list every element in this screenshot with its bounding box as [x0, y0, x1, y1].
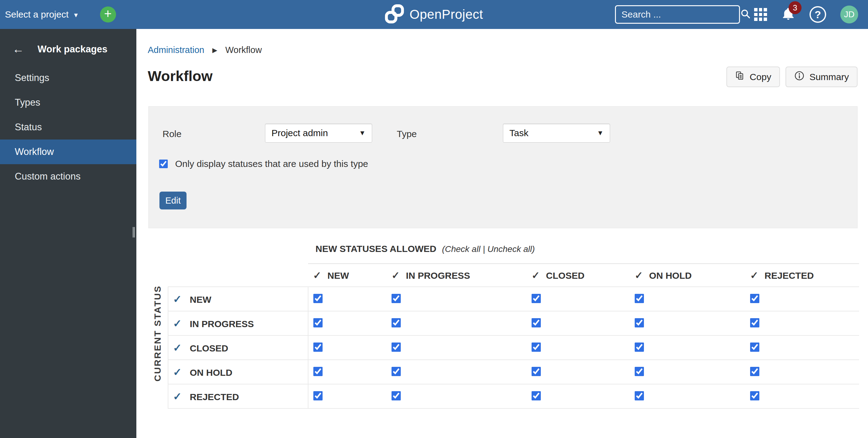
check-column-icon[interactable]: ✓: [392, 270, 400, 281]
transition-checkbox-closed-to-in-progress[interactable]: [392, 343, 401, 352]
transition-checkbox-in-progress-to-on-hold[interactable]: [635, 318, 644, 327]
column-label: REJECTED: [765, 270, 814, 281]
check-all-link[interactable]: Check all: [445, 244, 480, 254]
role-select-value: Project admin: [272, 128, 328, 138]
breadcrumb: Administration ▶ Workflow: [148, 45, 262, 55]
breadcrumb-administration[interactable]: Administration: [148, 45, 205, 55]
check-column-icon[interactable]: ✓: [313, 270, 321, 281]
add-project-button[interactable]: +: [100, 6, 116, 23]
role-label: Role: [162, 129, 182, 139]
divider: |: [480, 244, 488, 254]
check-row-icon[interactable]: ✓: [173, 342, 182, 354]
check-row-icon[interactable]: ✓: [173, 390, 182, 402]
matrix-cell: [527, 384, 630, 408]
table-row-on-hold: ✓ON HOLD: [168, 360, 859, 384]
sidebar-item-status[interactable]: Status: [0, 115, 136, 140]
workflow-filter-panel: Role Project admin ▼ Type Task ▼ Only di…: [148, 106, 858, 228]
matrix-cell: [630, 360, 745, 384]
project-selector[interactable]: Select a project ▼: [5, 9, 79, 20]
back-arrow-icon[interactable]: ←: [12, 42, 24, 56]
check-column-icon[interactable]: ✓: [532, 270, 540, 281]
modules-icon[interactable]: [754, 8, 767, 21]
type-select[interactable]: Task ▼: [503, 123, 610, 143]
transition-checkbox-rejected-to-rejected[interactable]: [750, 391, 760, 401]
transition-checkbox-in-progress-to-new[interactable]: [313, 318, 322, 327]
transition-checkbox-on-hold-to-closed[interactable]: [532, 367, 541, 376]
sidebar-item-label: Status: [15, 122, 42, 133]
help-icon: ?: [815, 9, 821, 21]
matrix-cell: [745, 311, 859, 335]
edit-button[interactable]: Edit: [159, 192, 187, 209]
search-icon[interactable]: [740, 9, 751, 20]
transition-checkbox-on-hold-to-in-progress[interactable]: [392, 367, 401, 376]
transition-checkbox-in-progress-to-closed[interactable]: [532, 318, 541, 327]
sidebar-item-custom-actions[interactable]: Custom actions: [0, 164, 136, 189]
notifications-button[interactable]: 3: [781, 7, 795, 22]
openproject-logo[interactable]: OpenProject: [385, 4, 483, 25]
transition-checkbox-rejected-to-new[interactable]: [313, 391, 322, 401]
project-selector-label: Select a project: [5, 9, 69, 20]
matrix-cell: [745, 360, 859, 384]
help-button[interactable]: ?: [809, 6, 826, 23]
matrix-cell: [386, 360, 527, 384]
type-select-value: Task: [509, 128, 528, 138]
search-input[interactable]: [621, 9, 740, 20]
current-status-axis-label: CURRENT STATUS: [152, 306, 162, 382]
transition-checkbox-new-to-on-hold[interactable]: [635, 294, 644, 303]
caret-down-icon: ▼: [597, 129, 603, 137]
transition-checkbox-closed-to-closed[interactable]: [532, 343, 541, 352]
check-row-icon[interactable]: ✓: [173, 293, 182, 305]
transition-checkbox-rejected-to-in-progress[interactable]: [392, 391, 401, 401]
transition-checkbox-new-to-rejected[interactable]: [750, 294, 760, 303]
copy-button[interactable]: Copy: [726, 66, 780, 87]
global-search[interactable]: [615, 5, 740, 24]
transition-checkbox-new-to-in-progress[interactable]: [392, 294, 401, 303]
check-column-icon[interactable]: ✓: [635, 270, 643, 281]
logo-text: OpenProject: [410, 7, 483, 22]
matrix-cell: [308, 335, 386, 360]
transition-checkbox-rejected-to-closed[interactable]: [532, 391, 541, 401]
transition-checkbox-rejected-to-on-hold[interactable]: [635, 391, 644, 401]
role-select[interactable]: Project admin ▼: [265, 123, 372, 143]
check-column-icon[interactable]: ✓: [750, 270, 758, 281]
transition-checkbox-closed-to-on-hold[interactable]: [635, 343, 644, 352]
only-display-row: Only display statuses that are used by t…: [159, 158, 368, 169]
transition-checkbox-in-progress-to-rejected[interactable]: [750, 318, 760, 327]
sidebar-item-types[interactable]: Types: [0, 90, 136, 115]
row-label-text: IN PROGRESS: [190, 319, 254, 329]
paren: ): [532, 244, 535, 254]
uncheck-all-link[interactable]: Uncheck all: [487, 244, 532, 254]
matrix-body: ✓NEW✓IN PROGRESS✓CLOSED✓ON HOLD✓REJECTED: [168, 287, 859, 408]
matrix-cell: [630, 287, 745, 311]
admin-sidebar: ← Work packages Settings Types Status Wo…: [0, 29, 136, 438]
only-display-label: Only display statuses that are used by t…: [175, 158, 368, 169]
matrix-cell: [386, 287, 527, 311]
matrix-header-row: ✓NEW✓IN PROGRESS✓CLOSED✓ON HOLD✓REJECTED: [168, 264, 859, 287]
plus-icon: +: [104, 6, 112, 21]
sidebar-item-workflow[interactable]: Workflow: [0, 140, 136, 164]
transition-checkbox-on-hold-to-on-hold[interactable]: [635, 367, 644, 376]
column-label: IN PROGRESS: [406, 270, 470, 281]
matrix-cell: [308, 384, 386, 408]
only-display-checkbox[interactable]: [159, 159, 168, 168]
matrix-cell: [308, 287, 386, 311]
sidebar-resize-handle[interactable]: [133, 227, 135, 237]
transition-checkbox-new-to-new[interactable]: [313, 294, 322, 303]
copy-button-label: Copy: [750, 72, 771, 82]
page-header: Workflow Copy: [148, 66, 858, 87]
transition-checkbox-closed-to-new[interactable]: [313, 343, 322, 352]
matrix-cell: [386, 311, 527, 335]
transition-checkbox-in-progress-to-in-progress[interactable]: [392, 318, 401, 327]
transition-checkbox-on-hold-to-new[interactable]: [313, 367, 322, 376]
check-row-icon[interactable]: ✓: [173, 366, 182, 378]
transition-checkbox-on-hold-to-rejected[interactable]: [750, 367, 760, 376]
summary-button[interactable]: Summary: [785, 66, 858, 87]
avatar[interactable]: JD: [840, 5, 858, 23]
column-label: CLOSED: [546, 270, 585, 281]
sidebar-item-settings[interactable]: Settings: [0, 66, 136, 90]
chevron-right-icon: ▶: [212, 47, 217, 54]
transition-checkbox-closed-to-rejected[interactable]: [750, 343, 760, 352]
check-row-icon[interactable]: ✓: [173, 318, 182, 329]
transition-checkbox-new-to-closed[interactable]: [532, 294, 541, 303]
main-content: Administration ▶ Workflow Workflow Copy: [136, 29, 868, 438]
